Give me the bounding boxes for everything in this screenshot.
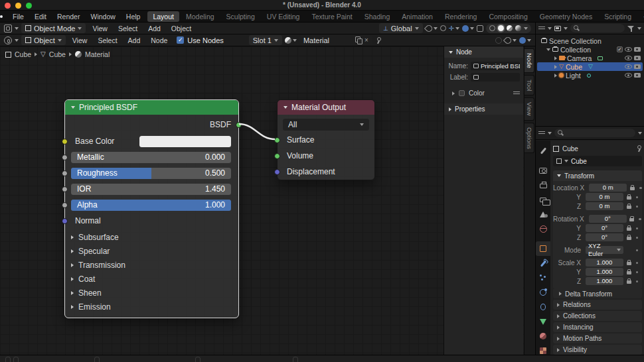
alpha-socket[interactable] [62, 202, 68, 208]
principled-bsdf-header[interactable]: Principled BSDF [65, 100, 238, 115]
unlink-material-icon[interactable]: × [364, 37, 368, 44]
location-y-field[interactable]: 0 m [586, 193, 623, 201]
object-tab-icon[interactable] [536, 241, 550, 256]
world-tab-icon[interactable] [536, 221, 550, 236]
filter-funnel-icon[interactable] [627, 25, 635, 32]
disclosure-closed-icon[interactable] [554, 65, 557, 69]
workspace-tab-texture-paint[interactable]: Texture Paint [306, 11, 357, 22]
lock-icon[interactable] [627, 227, 631, 231]
collections-panel[interactable]: Collections [553, 311, 642, 321]
animate-dot-icon[interactable] [636, 271, 639, 274]
roughness-slider[interactable]: Roughness 0.500 [71, 168, 231, 179]
lock-icon[interactable] [627, 196, 631, 200]
mode-selector[interactable]: Object Mode [21, 23, 86, 33]
lock-icon[interactable] [630, 187, 635, 190]
add-workspace-button[interactable]: + [638, 11, 644, 22]
transform-panel-header[interactable]: Transform [553, 170, 642, 181]
shading-material-icon[interactable] [507, 25, 513, 31]
shader-menu-add[interactable]: Add [124, 36, 145, 44]
collapse-node-icon[interactable] [283, 106, 287, 109]
pin-id-icon[interactable] [375, 37, 382, 44]
shading-wireframe-icon[interactable] [489, 25, 495, 31]
roughness-socket[interactable] [62, 170, 68, 176]
shader-node-canvas[interactable]: Cube ▽ Cube Material Principled BSDF BSD… [0, 46, 535, 355]
alpha-slider[interactable]: Alpha 1.000 [71, 200, 231, 211]
sidebar-tab-view[interactable]: View [524, 97, 534, 120]
rotation-mode-dropdown[interactable]: XYZ Euler [586, 246, 623, 254]
viewport-menu-view[interactable]: View [88, 25, 112, 32]
animate-dot-icon[interactable] [636, 237, 639, 239]
viewport-menu-add[interactable]: Add [144, 25, 165, 32]
physics-tab-icon[interactable] [536, 285, 550, 300]
section-specular[interactable]: Specular [71, 244, 231, 258]
outliner-row-scene-collection[interactable]: Scene Collection [537, 36, 643, 45]
outliner-row-camera[interactable]: Camera [537, 54, 643, 62]
workspace-tab-shading[interactable]: Shading [359, 11, 396, 22]
shader-menu-node[interactable]: Node [147, 36, 171, 44]
sidebar-tab-tool[interactable]: Tool [524, 75, 534, 95]
hide-in-viewport-icon[interactable] [625, 56, 632, 60]
scale-x-field[interactable]: 1.000 [586, 259, 623, 267]
shader-overlays-toggle[interactable] [519, 37, 531, 44]
lock-icon[interactable] [629, 218, 634, 221]
section-coat[interactable]: Coat [71, 272, 231, 286]
viewport-menu-select[interactable]: Select [114, 25, 141, 32]
shading-solid-icon[interactable] [498, 25, 504, 31]
lock-icon[interactable] [627, 206, 631, 209]
menu-file[interactable]: File [8, 13, 29, 21]
editor-type-properties-icon[interactable] [538, 131, 545, 136]
filter-collection-icon[interactable] [554, 26, 561, 31]
transform-orientation-selector[interactable]: ⊥ Global [379, 23, 423, 33]
workspace-tab-compositing[interactable]: Compositing [483, 11, 532, 22]
material-output-header[interactable]: Material Output [278, 100, 374, 115]
particles-tab-icon[interactable] [536, 271, 550, 285]
ior-slider[interactable]: IOR 1.450 [71, 184, 231, 195]
disable-in-renders-icon[interactable] [634, 56, 641, 60]
shader-snapping-toggle[interactable] [505, 37, 517, 44]
bsdf-output-socket[interactable] [236, 122, 242, 128]
chevron-down-icon[interactable] [638, 132, 642, 135]
animate-dot-icon[interactable] [636, 249, 639, 252]
collection-checkbox[interactable]: ✓ [617, 46, 623, 52]
sidebar-tab-node[interactable]: Node [524, 48, 534, 73]
section-sheen[interactable]: Sheen [71, 286, 231, 300]
target-dropdown[interactable]: All [283, 119, 369, 131]
disclosure-open-icon[interactable] [546, 48, 550, 51]
properties-panel-header[interactable]: Properties [444, 103, 523, 115]
lock-icon[interactable] [627, 271, 631, 274]
display-mode-icon[interactable] [538, 26, 545, 31]
disable-in-renders-icon[interactable] [634, 64, 641, 69]
surface-input-socket[interactable] [274, 137, 280, 143]
principled-bsdf-node[interactable]: Principled BSDF BSDF Base Color Metallic… [64, 99, 239, 318]
modifiers-tab-icon[interactable] [536, 256, 550, 271]
hide-in-viewport-icon[interactable] [625, 47, 632, 52]
animate-dot-icon[interactable] [639, 218, 641, 221]
menu-edit[interactable]: Edit [30, 13, 51, 21]
presets-list-icon[interactable] [513, 91, 520, 96]
use-nodes-checkbox[interactable]: ✓ Use Nodes [177, 36, 223, 44]
workspace-tab-animation[interactable]: Animation [396, 11, 438, 22]
pin-id-icon[interactable] [635, 145, 642, 152]
metallic-slider[interactable]: Metallic 0.000 [71, 152, 231, 163]
node-label-field[interactable] [471, 73, 520, 82]
section-emission[interactable]: Emission [71, 300, 231, 314]
node-name-field[interactable]: Principled BSDF [471, 62, 520, 70]
constraints-tab-icon[interactable] [536, 300, 550, 314]
disclosure-closed-icon[interactable] [554, 74, 557, 78]
scale-y-field[interactable]: 1.000 [586, 268, 623, 276]
location-z-field[interactable]: 0 m [586, 202, 623, 210]
xray-toggle-icon[interactable] [477, 25, 483, 32]
output-tab-icon[interactable] [536, 178, 550, 192]
menu-render[interactable]: Render [52, 13, 84, 21]
rotation-y-field[interactable]: 0° [586, 224, 623, 232]
color-checkbox[interactable] [459, 90, 465, 96]
base-color-socket[interactable] [62, 139, 68, 145]
view-layer-tab-icon[interactable] [536, 192, 550, 207]
shader-menu-view[interactable]: View [68, 36, 92, 44]
relations-panel[interactable]: Relations [553, 300, 642, 310]
section-subsurface[interactable]: Subsurface [71, 230, 231, 244]
volume-input-socket[interactable] [274, 153, 280, 159]
gizmos-toggle[interactable]: ✛ [449, 25, 459, 32]
material-output-node[interactable]: Material Output All Surface Volume Displ… [277, 99, 375, 180]
shader-type-selector[interactable]: Object [21, 35, 66, 45]
